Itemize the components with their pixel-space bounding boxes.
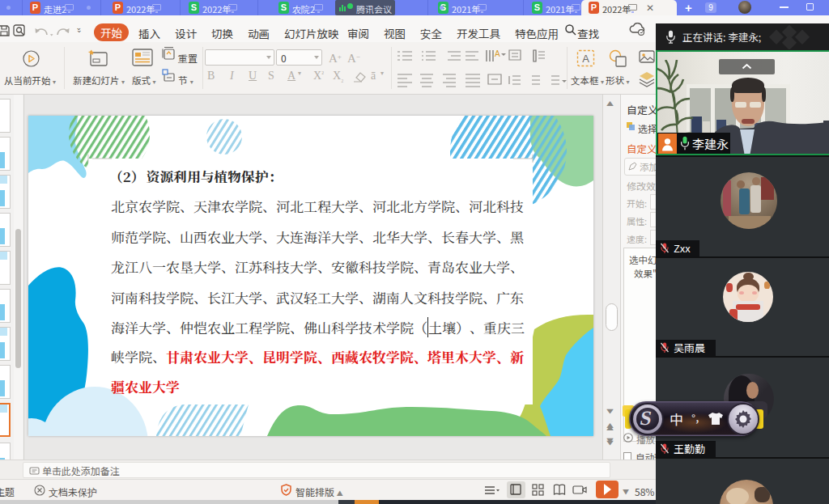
svg-text:A: A [495, 49, 500, 58]
svg-text:A: A [582, 53, 589, 65]
